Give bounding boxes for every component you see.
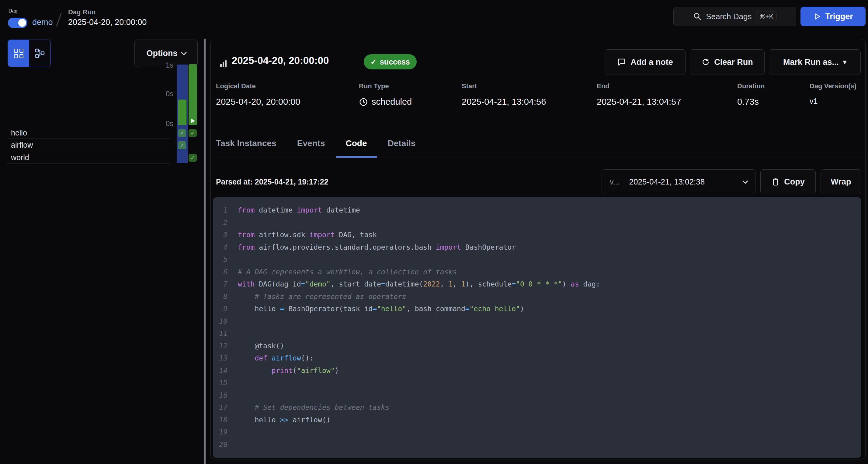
code-line-15: 15 xyxy=(213,377,861,389)
run-detail-tabs: Task InstancesEventsCodeDetails xyxy=(206,131,425,156)
tab-events[interactable]: Events xyxy=(287,131,335,156)
wrap-button[interactable]: Wrap xyxy=(820,169,861,194)
dag-pause-toggle[interactable] xyxy=(8,18,27,28)
copy-button[interactable]: Copy xyxy=(760,169,816,194)
tab-task-instances[interactable]: Task Instances xyxy=(206,131,286,156)
line-number: 18 xyxy=(213,414,227,426)
mark-run-as-label: Mark Run as... xyxy=(783,58,839,67)
run-chart-icon xyxy=(220,60,226,67)
code-line-12: 12 @task() xyxy=(213,340,861,352)
add-note-button[interactable]: Add a note xyxy=(604,49,685,75)
grid-view-button[interactable] xyxy=(8,40,29,67)
code-line-13: 13 def airflow(): xyxy=(213,352,861,365)
airflow-dag-run-page: Dag demo Dag Run 2025-04-20, 20:00:00 Se… xyxy=(0,0,868,464)
graph-icon xyxy=(35,49,45,58)
task-row-label-world[interactable]: world xyxy=(11,153,29,162)
meta-label-5: Dag Version(s) xyxy=(810,82,857,90)
line-number: 4 xyxy=(213,241,227,254)
task-row-divider xyxy=(7,151,170,151)
code-line-6: 6# A DAG represents a workflow, a collec… xyxy=(213,266,861,278)
chevron-down-icon xyxy=(742,178,748,183)
code-line-17: 17 # Set dependencies between tasks xyxy=(213,401,861,414)
clock-icon xyxy=(359,97,368,107)
meta-label-4: Duration xyxy=(737,82,765,90)
search-dags-button[interactable]: Search Dags ⌘+K xyxy=(673,7,796,26)
panel-splitter[interactable] xyxy=(204,39,206,464)
breadcrumb-dag-run-label: Dag Run xyxy=(68,8,95,16)
duration-axis-tick: 0s xyxy=(155,119,173,128)
meta-label-2: Start xyxy=(462,82,477,90)
toggle-knob xyxy=(18,19,26,27)
line-number: 16 xyxy=(213,389,227,402)
refresh-icon xyxy=(701,58,710,66)
dag-version-select[interactable]: v... 2025-04-21, 13:02:38 xyxy=(601,169,755,194)
meta-value-5: v1 xyxy=(810,97,817,106)
line-number: 12 xyxy=(213,340,227,352)
meta-value-2: 2025-04-21, 13:04:56 xyxy=(462,97,546,107)
task-instance-square-world[interactable]: ✓ xyxy=(189,154,197,162)
tab-code[interactable]: Code xyxy=(336,131,377,156)
note-bubble-icon xyxy=(617,58,626,67)
dag-name-link[interactable]: demo xyxy=(32,18,53,27)
meta-value-0: 2025-04-20, 20:00:00 xyxy=(216,97,300,107)
code-line-3: 3from airflow.sdk import DAG, task xyxy=(213,229,861,241)
tab-details[interactable]: Details xyxy=(378,131,426,156)
code-line-14: 14 print("airflow") xyxy=(213,365,861,377)
clear-run-button[interactable]: Clear Run xyxy=(690,49,765,75)
duration-axis-tick: 0s xyxy=(155,89,173,98)
task-row-label-airflow[interactable]: airflow xyxy=(11,141,33,149)
copy-label: Copy xyxy=(784,177,805,186)
search-label: Search Dags xyxy=(706,12,751,21)
selected-run-duration-bar[interactable] xyxy=(178,99,186,125)
code-line-19: 19 xyxy=(213,426,861,438)
meta-value-3: 2025-04-21, 13:04:57 xyxy=(597,97,681,107)
graph-view-button[interactable] xyxy=(29,40,51,67)
chevron-down-icon xyxy=(181,50,186,55)
line-number: 10 xyxy=(213,315,227,328)
line-number: 19 xyxy=(213,426,227,438)
trigger-label: Trigger xyxy=(825,12,853,21)
wrap-label: Wrap xyxy=(831,177,851,186)
code-line-1: 1from datetime import datetime xyxy=(213,204,861,216)
task-row-label-hello[interactable]: hello xyxy=(11,128,27,137)
code-line-2: 2 xyxy=(213,216,861,229)
run-play-marker-icon xyxy=(191,119,195,123)
play-icon xyxy=(813,12,821,20)
code-line-4: 4from airflow.providers.standard.operato… xyxy=(213,241,861,254)
parsed-at-text: Parsed at: 2025-04-21, 19:17:22 xyxy=(216,177,329,186)
status-text: success xyxy=(380,58,410,66)
code-line-20: 20 xyxy=(213,438,861,451)
line-number: 2 xyxy=(213,216,227,229)
code-line-11: 11 xyxy=(213,327,861,340)
task-instance-square-hello[interactable]: ✓ xyxy=(178,129,186,137)
code-line-7: 7with DAG(dag_id="demo", start_date=date… xyxy=(213,278,861,290)
meta-label-0: Logical Date xyxy=(216,82,256,90)
code-line-16: 16 xyxy=(213,389,861,402)
mark-run-as-button[interactable]: Mark Run as... ▾ xyxy=(769,49,861,75)
add-note-label: Add a note xyxy=(630,58,673,67)
task-instance-square-airflow[interactable]: ✓ xyxy=(178,141,186,149)
task-row-divider xyxy=(7,163,170,164)
breadcrumb-dag-label: Dag xyxy=(8,8,17,14)
version-date: 2025-04-21, 13:02:38 xyxy=(629,177,705,186)
code-line-8: 8 # Tasks are represented as operators xyxy=(213,290,861,303)
task-instance-square-hello[interactable]: ✓ xyxy=(189,129,197,137)
line-number: 15 xyxy=(213,377,227,389)
view-mode-segmented-control xyxy=(8,39,51,67)
version-prefix: v... xyxy=(610,177,619,186)
breadcrumb-dag-run-value: 2025-04-20, 20:00:00 xyxy=(68,18,147,27)
dag-run-duration-bar[interactable] xyxy=(189,64,197,125)
line-number: 6 xyxy=(213,266,227,278)
grid-icon xyxy=(14,49,23,58)
line-number: 11 xyxy=(213,327,227,340)
trigger-button[interactable]: Trigger xyxy=(801,7,866,26)
tabs-divider xyxy=(211,156,865,156)
search-shortcut-kbd: ⌘+K xyxy=(756,11,776,21)
line-number: 9 xyxy=(213,302,227,315)
meta-label-1: Run Type xyxy=(359,82,389,90)
line-number: 13 xyxy=(213,352,227,365)
line-number: 17 xyxy=(213,401,227,414)
line-number: 1 xyxy=(213,204,227,216)
line-number: 5 xyxy=(213,253,227,266)
meta-label-3: End xyxy=(597,82,610,90)
